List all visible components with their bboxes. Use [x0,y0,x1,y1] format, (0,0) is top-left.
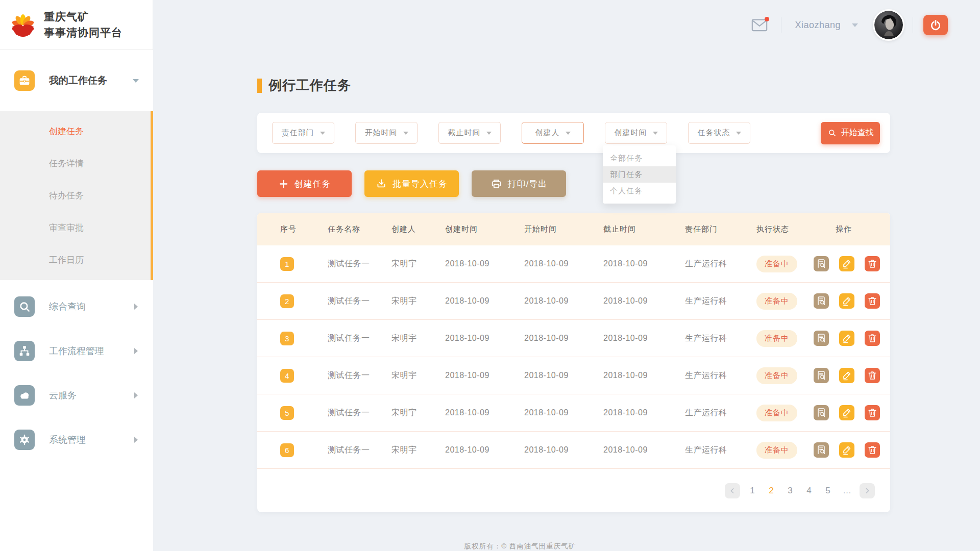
end-date: 2018-10-09 [589,259,671,268]
view-task-button[interactable] [814,368,829,383]
sidebar-item-create-task[interactable]: 创建任务 [0,115,151,147]
creator: 宋明宇 [377,333,431,344]
sidebar-item-cloud-services[interactable]: 云服务 [0,373,153,417]
filter-select-end-time[interactable]: 截止时间 [438,122,501,144]
chevron-down-icon [403,132,408,135]
end-date: 2018-10-09 [589,296,671,306]
chevron-right-icon [134,304,138,310]
sidebar-item-task-detail[interactable]: 任务详情 [0,147,151,180]
sidebar-item-review-approval[interactable]: 审查审批 [0,212,151,244]
view-task-button[interactable] [814,442,829,458]
task-name: 测试任务一 [313,408,377,418]
filter-select-creator[interactable]: 创建人 [522,122,584,144]
actions-row: 创建任务 批量导入任务 打印/导出 [257,170,890,197]
create-task-label: 创建任务 [295,178,331,190]
row-number-badge: 5 [280,406,294,420]
sidebar-group-my-tasks[interactable]: 我的工作任务 [0,50,153,111]
view-task-button[interactable] [814,293,829,309]
table-row: 1 测试任务一 宋明宇 2018-10-09 2018-10-09 2018-1… [257,245,890,283]
chevron-right-icon [863,487,871,495]
end-date: 2018-10-09 [589,371,671,380]
document-search-icon [816,295,827,307]
print-export-button[interactable]: 打印/导出 [472,170,566,197]
edit-task-button[interactable] [839,368,854,383]
pagination-prev-button[interactable] [725,483,740,498]
filter-select-create-time[interactable]: 创建时间 [605,122,667,144]
dropdown-item-dept-tasks[interactable]: 部门任务 [603,166,676,183]
filter-select-start-time[interactable]: 开始时间 [355,122,418,144]
import-icon [376,178,387,189]
search-button[interactable]: 开始查找 [821,122,880,144]
filter-label: 截止时间 [448,128,481,138]
delete-task-button[interactable] [865,256,880,271]
edit-task-button[interactable] [839,331,854,346]
printer-icon [491,178,502,190]
end-date: 2018-10-09 [589,445,671,455]
status-badge: 准备中 [756,367,797,384]
view-task-button[interactable] [814,405,829,420]
brand-line2: 事事清协同平台 [44,25,122,40]
created-date: 2018-10-09 [431,334,510,343]
document-search-icon [816,258,827,269]
created-date: 2018-10-09 [431,371,510,380]
pagination-ellipsis: … [843,486,851,496]
department: 生产运行科 [671,296,747,307]
col-header-status: 执行状态 [747,224,814,234]
page-number-3[interactable]: 3 [786,486,794,496]
delete-task-button[interactable] [865,293,880,309]
page-number-1[interactable]: 1 [748,486,756,496]
sidebar-item-workflow-management[interactable]: 工作流程管理 [0,329,153,373]
start-date: 2018-10-09 [510,371,589,380]
sidebar-item-work-calendar[interactable]: 工作日历 [0,244,151,276]
filter-label: 任务状态 [698,128,730,138]
edit-task-button[interactable] [839,442,854,458]
status-badge: 准备中 [756,256,797,272]
task-table: 序号 任务名称 创建人 创建时间 开始时间 截止时间 责任部门 执行状态 操作 … [257,213,890,512]
sitemap-icon [14,341,35,361]
delete-task-button[interactable] [865,331,880,346]
pencil-icon [841,333,852,344]
creator: 宋明宇 [377,445,431,456]
task-name: 测试任务一 [313,445,377,456]
edit-task-button[interactable] [839,256,854,271]
pagination-next-button[interactable] [860,483,875,498]
page-number-4[interactable]: 4 [805,486,813,496]
view-task-button[interactable] [814,256,829,271]
page-number-2-active[interactable]: 2 [767,486,775,496]
edit-task-button[interactable] [839,293,854,309]
col-header-no: 序号 [257,224,313,234]
logo-block: 重庆气矿 事事清协同平台 [0,0,153,50]
document-search-icon [816,370,827,381]
chevron-down-icon [320,132,325,135]
page-title: 例行工作任务 [257,0,890,94]
status-badge: 准备中 [756,442,797,459]
creator: 宋明宇 [377,408,431,418]
filter-select-task-status[interactable]: 任务状态 [688,122,750,144]
task-name: 测试任务一 [313,370,377,381]
start-date: 2018-10-09 [510,408,589,417]
sidebar-item-system-management[interactable]: 系统管理 [0,417,153,462]
petrochina-logo-icon [7,9,39,41]
page-number-5[interactable]: 5 [824,486,832,496]
sidebar: 重庆气矿 事事清协同平台 我的工作任务 创建任务 任务详情 待办任务 审查审批 … [0,0,153,551]
dropdown-item-all-tasks[interactable]: 全部任务 [603,150,676,166]
delete-task-button[interactable] [865,368,880,383]
bulk-import-button[interactable]: 批量导入任务 [364,170,459,197]
sidebar-item-comprehensive-query[interactable]: 综合查询 [0,284,153,329]
sidebar-item-todo-tasks[interactable]: 待办任务 [0,180,151,212]
trash-icon [867,333,878,344]
delete-task-button[interactable] [865,405,880,420]
filter-select-responsible-dept[interactable]: 责任部门 [272,122,334,144]
create-task-button[interactable]: 创建任务 [257,170,352,197]
gear-icon [14,430,35,450]
view-task-button[interactable] [814,331,829,346]
document-search-icon [816,333,827,344]
edit-task-button[interactable] [839,405,854,420]
page-title-text: 例行工作任务 [268,77,351,94]
dropdown-item-personal-tasks[interactable]: 个人任务 [603,183,676,199]
delete-task-button[interactable] [865,442,880,458]
filter-label: 创建时间 [615,128,647,138]
sidebar-item-label: 工作流程管理 [49,345,134,357]
print-export-label: 打印/导出 [508,178,548,190]
row-number-badge: 2 [280,294,294,308]
